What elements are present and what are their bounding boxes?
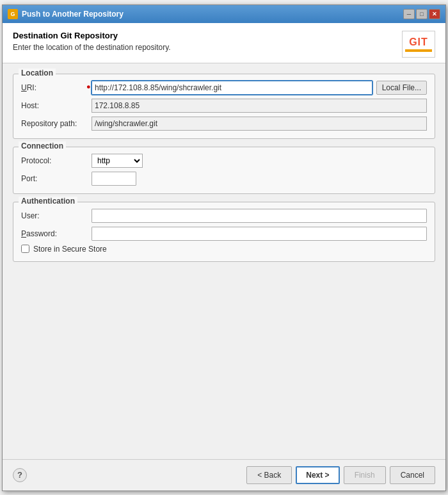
maximize-button[interactable]: □: [416, 9, 428, 19]
protocol-row: Protocol: http https git ssh ftp file: [21, 154, 427, 168]
repo-path-value: /wing/shcrawler.git: [92, 117, 427, 131]
location-group: Location URI: ● Local File... Host:: [13, 74, 435, 139]
store-secure-row: Store in Secure Store: [21, 245, 427, 254]
port-label: Port:: [21, 174, 92, 183]
footer: ? < Back Next > Finish Cancel: [3, 459, 445, 491]
authentication-group: Authentication User: Password: Store in …: [13, 202, 435, 262]
user-input[interactable]: [92, 209, 427, 223]
user-label: User:: [21, 211, 92, 220]
local-file-button[interactable]: Local File...: [376, 81, 427, 95]
minimize-button[interactable]: ─: [403, 9, 415, 19]
footer-left: ?: [13, 468, 27, 482]
next-button[interactable]: Next >: [296, 466, 339, 484]
window-icon: G: [8, 9, 18, 19]
main-area: Location URI: ● Local File... Host:: [3, 63, 445, 459]
help-button[interactable]: ?: [13, 468, 27, 482]
connection-label: Connection: [19, 142, 66, 150]
close-button[interactable]: ✕: [429, 9, 440, 19]
back-button[interactable]: < Back: [246, 466, 292, 484]
user-row: User:: [21, 209, 427, 223]
uri-input[interactable]: [92, 81, 372, 95]
git-logo: GIT: [402, 31, 435, 58]
content-area: Destination Git Repository Enter the loc…: [3, 23, 445, 491]
connection-group: Connection Protocol: http https git ssh …: [13, 147, 435, 194]
footer-buttons: < Back Next > Finish Cancel: [246, 466, 435, 484]
location-label: Location: [19, 69, 56, 77]
finish-button[interactable]: Finish: [344, 466, 386, 484]
uri-label: URI:: [21, 83, 92, 92]
window-title: Push to Another Repository: [22, 10, 124, 19]
host-label: Host:: [21, 101, 92, 110]
uri-input-wrap: ●: [92, 81, 372, 95]
git-logo-text: GIT: [409, 37, 428, 48]
host-row: Host: 172.108.8.85: [21, 99, 427, 113]
store-secure-label: Store in Secure Store: [33, 245, 107, 254]
title-controls: ─ □ ✕: [403, 9, 440, 19]
uri-row: URI: ● Local File...: [21, 81, 427, 95]
host-value: 172.108.8.85: [92, 99, 427, 113]
port-input[interactable]: [92, 172, 136, 186]
header-text: Destination Git Repository Enter the loc…: [13, 31, 394, 52]
password-row: Password:: [21, 227, 427, 241]
header-section: Destination Git Repository Enter the loc…: [3, 23, 445, 63]
password-input[interactable]: [92, 227, 427, 241]
uri-marker: ●: [86, 83, 91, 90]
repo-path-row: Repository path: /wing/shcrawler.git: [21, 117, 427, 131]
protocol-label: Protocol:: [21, 156, 92, 165]
cancel-button[interactable]: Cancel: [390, 466, 435, 484]
authentication-label: Authentication: [19, 197, 77, 206]
main-window: G Push to Another Repository ─ □ ✕ Desti…: [2, 4, 446, 491]
header-title: Destination Git Repository: [13, 31, 394, 40]
protocol-select[interactable]: http https git ssh ftp file: [92, 154, 143, 168]
password-label: Password:: [21, 229, 92, 238]
header-description: Enter the location of the destination re…: [13, 43, 394, 52]
git-logo-bar: [405, 49, 432, 52]
repo-path-label: Repository path:: [21, 119, 92, 128]
title-bar-left: G Push to Another Repository: [8, 9, 124, 19]
port-row: Port:: [21, 172, 427, 186]
store-secure-checkbox[interactable]: [21, 245, 29, 253]
title-bar: G Push to Another Repository ─ □ ✕: [3, 5, 445, 23]
